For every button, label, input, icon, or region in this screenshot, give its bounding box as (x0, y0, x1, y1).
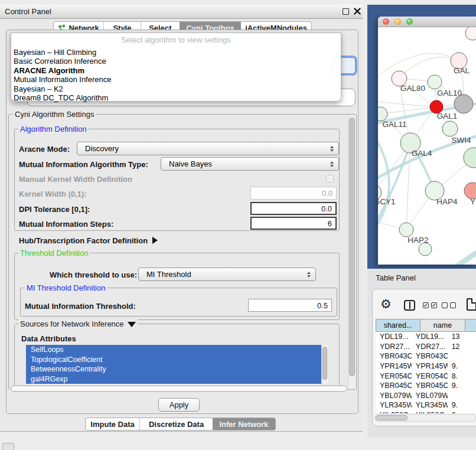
table-cell: YDR27... (376, 343, 412, 351)
network-node-label: GAL11 (382, 120, 406, 129)
table-cell: 9. (448, 362, 476, 370)
mi-type-combobox[interactable]: Naive Bayes (161, 157, 339, 171)
algorithm-option[interactable]: Basic Correlation Inference (11, 57, 341, 66)
control-panel-titlebar (0, 5, 363, 19)
mi-type-value: Naive Bayes (169, 159, 212, 168)
table-cell: 13 (448, 332, 476, 341)
table-row[interactable]: YLR345WYLR345W9. (376, 400, 476, 410)
minimize-traffic-light-icon[interactable] (395, 18, 401, 25)
network-graph-canvas[interactable]: GALGAL80GAL10GAL1GAL11SWI4GAL4GCY1HAP4YH… (378, 27, 476, 265)
kernel-width-value: 0.0 (322, 189, 332, 198)
algorithm-dropdown-list: Bayesian – Hill ClimbingBasic Correlatio… (11, 48, 341, 102)
mi-threshold-label: Mutual Information Threshold: (25, 302, 136, 311)
node-table-rows[interactable]: YDL19...YDL19...13YDR27...YDR27...12YBR0… (376, 332, 476, 413)
bottom-left-widget[interactable] (2, 443, 14, 450)
dpi-tolerance-field[interactable]: 0.0 (250, 202, 337, 215)
network-node-gal11[interactable] (378, 107, 387, 121)
data-attribute-item[interactable]: gal4RGexp (26, 374, 321, 384)
network-node-label: GAL80 (400, 84, 425, 93)
network-node-label: GAL (454, 66, 470, 75)
table-row[interactable]: YDR27...YDR27...12 (376, 342, 476, 352)
table-column-header[interactable]: name (420, 319, 465, 332)
network-node-hap2[interactable] (399, 223, 413, 237)
table-row[interactable]: YPR145WYPR145W9. (376, 361, 476, 371)
document-icon[interactable] (467, 298, 476, 311)
algorithm-option[interactable]: Bayesian – K2 (11, 84, 341, 93)
table-cell: YDL19... (412, 332, 448, 341)
hub-definition-toggle[interactable]: Hub/Transcription Factor Definition (19, 236, 158, 245)
table-cell: YBR043C (412, 352, 448, 360)
algorithm-option[interactable]: ARACNE Algorithm (11, 66, 341, 75)
attributes-scrollbar-thumb[interactable] (322, 347, 327, 380)
settings-hscrollbar-thumb[interactable] (11, 386, 347, 392)
deselect-checkboxes-icon[interactable] (442, 302, 456, 308)
table-column-header[interactable]: A (465, 319, 476, 332)
table-row[interactable]: YBR043CYBR043C (376, 351, 476, 361)
network-window-titlebar[interactable] (378, 17, 476, 27)
tab-impute-data[interactable]: Impute Data (86, 418, 139, 430)
algorithm-option[interactable]: Mutual Information Inference (11, 75, 341, 84)
close-traffic-light-icon[interactable] (383, 18, 389, 25)
select-all-checkboxes-icon[interactable]: ✓✓ (423, 302, 437, 308)
zoom-traffic-light-icon[interactable] (406, 18, 413, 25)
table-cell: YBL079W (376, 392, 412, 400)
tab-infer-network[interactable]: Infer Network (213, 418, 275, 430)
table-row[interactable]: YER054CYER054C8. (376, 371, 476, 381)
aracne-mode-combobox[interactable]: Discovery (77, 142, 339, 155)
which-threshold-combobox[interactable]: MI Threshold (138, 268, 316, 281)
network-node-swi4[interactable] (442, 121, 458, 136)
collapsed-arrow-icon[interactable] (152, 237, 158, 244)
table-panel-title: Table Panel (376, 273, 416, 282)
network-node-y[interactable] (464, 182, 476, 199)
stepper-arrows-icon (329, 159, 335, 169)
table-row[interactable]: YBL079WYBL079W (376, 391, 476, 401)
close-icon[interactable] (354, 8, 361, 15)
network-edge[interactable] (443, 247, 476, 265)
table-row[interactable]: YIL052CYIL052C9. (376, 410, 476, 413)
manual-kernel-label: Manual Kernel Width Definition (19, 175, 132, 184)
tab-discretize-data[interactable]: Discretize Data (139, 418, 213, 430)
table-cell: 9. (448, 411, 476, 413)
network-node-label: GAL10 (437, 89, 462, 97)
network-node[interactable] (419, 243, 432, 256)
sources-group-toggle[interactable]: Sources for Network Inference (18, 319, 138, 328)
node-table-header[interactable]: shared...nameA (376, 319, 476, 332)
table-cell: YDR27... (412, 343, 448, 351)
dropdown-placeholder: Select algorithm to view settings (11, 33, 341, 48)
expanded-arrow-icon[interactable] (128, 322, 136, 327)
apply-button[interactable]: Apply (158, 398, 200, 412)
application-root: Control Panel NetworkStyleSelectCyni Too… (0, 0, 476, 450)
float-window-icon[interactable] (343, 8, 349, 15)
tab-label: Discretize Data (149, 420, 204, 429)
table-row[interactable]: YBR045CYBR045C9. (376, 381, 476, 391)
mi-type-label: Mutual Information Algorithm Type: (19, 160, 148, 169)
table-row[interactable]: YDL19...YDL19...13 (376, 332, 476, 342)
algorithm-option[interactable]: Dream8 DC_TDC Algorithm (11, 93, 341, 102)
data-attributes-list[interactable]: SelfLoopsTopologicalCoefficientBetweenne… (26, 345, 321, 384)
network-node[interactable] (465, 27, 476, 40)
table-column-header[interactable]: shared... (376, 319, 420, 332)
network-node-label: Y (470, 197, 475, 206)
settings-scrollbar-thumb[interactable] (349, 118, 355, 376)
table-hscrollbar-thumb[interactable] (376, 415, 407, 420)
data-attribute-item[interactable]: SelfLoops (26, 345, 321, 355)
manual-kernel-checkbox[interactable] (326, 175, 334, 182)
table-cell: 9. (448, 401, 476, 409)
table-cell: YPR145W (412, 362, 448, 370)
settings-gear-icon[interactable]: ⚙ (380, 298, 392, 310)
data-attribute-item[interactable]: BetweennessCentrality (26, 364, 321, 374)
mi-steps-field[interactable]: 6 (250, 217, 337, 230)
network-edge[interactable] (399, 57, 459, 79)
network-node-label: SWI4 (451, 136, 471, 145)
data-attribute-item[interactable]: TopologicalCoefficient (26, 355, 321, 365)
table-cell: YLR345W (412, 401, 448, 409)
mi-threshold-definition-title: MI Threshold Definition (25, 283, 107, 292)
network-edge[interactable] (378, 101, 436, 107)
column-layout-icon[interactable] (404, 300, 415, 311)
table-cell: 9. (448, 381, 476, 390)
kernel-width-label: Kernel Width (0,1): (19, 190, 87, 198)
algorithm-option[interactable]: Bayesian – Hill Climbing (11, 48, 341, 57)
network-node-gal10[interactable] (428, 75, 442, 89)
kernel-width-field[interactable]: 0.0 (250, 187, 337, 200)
mi-threshold-field[interactable]: 0.5 (248, 299, 332, 312)
